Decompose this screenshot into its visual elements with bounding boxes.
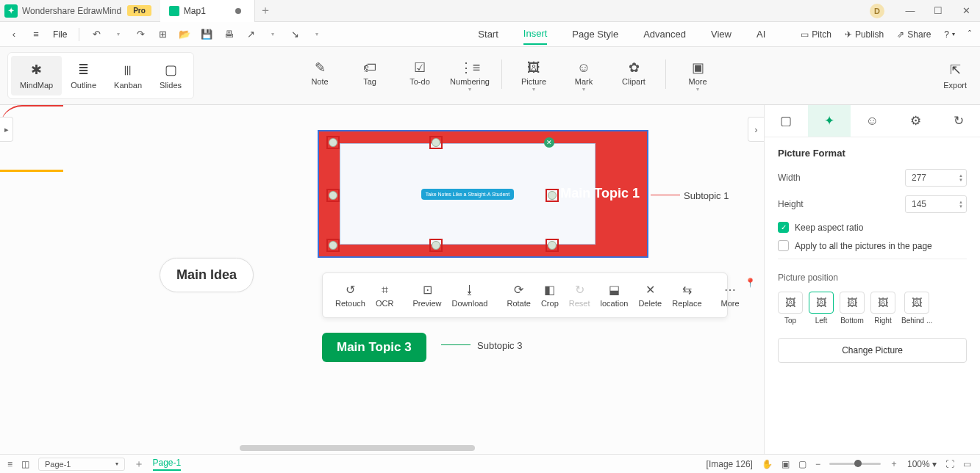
insert-picture[interactable]: 🖼Picture▾	[511, 59, 557, 92]
tab-page-style[interactable]: Page Style	[572, 24, 618, 44]
apply-all-checkbox[interactable]	[778, 240, 789, 251]
pos-behind[interactable]: 🖼Behind ...	[901, 292, 932, 325]
resize-handle[interactable]	[326, 239, 340, 252]
insert-mark[interactable]: ☺Mark▾	[561, 59, 607, 92]
panel-tab-node[interactable]: ▢	[765, 105, 808, 137]
import-caret-icon[interactable]: ▾	[307, 25, 326, 44]
save-button[interactable]: 💾	[197, 25, 216, 44]
ft-download[interactable]: ⭳Download	[447, 284, 493, 308]
insert-tag[interactable]: 🏷Tag	[347, 59, 393, 92]
insert-clipart[interactable]: ✿Clipart	[611, 59, 657, 92]
zoom-in-button[interactable]: ＋	[890, 458, 898, 470]
ft-reset[interactable]: ↻Reset	[564, 283, 595, 308]
panel-tab-history[interactable]: ↻	[937, 105, 980, 137]
fit-page-icon[interactable]: ▣	[782, 459, 790, 469]
panel-tab-mark[interactable]: ☺	[851, 105, 894, 137]
width-input[interactable]: 277▲▼	[905, 169, 967, 187]
ft-more[interactable]: ⋯More	[716, 283, 745, 308]
view-slides[interactable]: ▢Slides	[151, 56, 190, 95]
maximize-button[interactable]: ☐	[924, 0, 952, 22]
publish-button[interactable]: ✈Publish	[845, 29, 884, 40]
tab-insert[interactable]: Insert	[523, 24, 548, 45]
add-node-button[interactable]: ⊞	[153, 25, 172, 44]
split-view-icon[interactable]: ◫	[21, 459, 29, 469]
zoom-slider[interactable]	[829, 463, 881, 465]
undo-button[interactable]: ↶	[87, 25, 106, 44]
undo-caret-icon[interactable]: ▾	[109, 25, 128, 44]
resize-handle[interactable]	[429, 239, 443, 252]
resize-handle[interactable]	[326, 189, 340, 202]
print-button[interactable]: 🖶	[219, 25, 238, 44]
tab-view[interactable]: View	[711, 24, 732, 44]
node-main-idea[interactable]: Main Idea	[160, 258, 254, 292]
ft-location[interactable]: ⬓location	[595, 283, 634, 308]
resize-handle[interactable]	[546, 239, 559, 252]
node-subtopic-1[interactable]: Subtopic 1	[684, 190, 729, 201]
file-menu[interactable]: File	[49, 29, 71, 40]
ft-preview[interactable]: ⊡Preview	[407, 283, 446, 308]
view-outline[interactable]: ≣Outline	[62, 56, 105, 95]
import-dropdown[interactable]: ↘	[285, 25, 304, 44]
add-page-button[interactable]: ＋	[134, 458, 144, 471]
outline-toggle-icon[interactable]: ≡	[7, 459, 12, 469]
presentation-icon[interactable]: ▭	[963, 459, 971, 469]
pos-bottom[interactable]: 🖼Bottom	[840, 292, 865, 325]
tab-start[interactable]: Start	[478, 24, 498, 44]
resize-handle[interactable]	[326, 136, 340, 149]
tab-advanced[interactable]: Advanced	[643, 24, 686, 44]
ft-pin[interactable]: 📍	[745, 273, 756, 288]
pos-left[interactable]: 🖼Left	[809, 292, 834, 325]
ft-replace[interactable]: ⇆Replace	[667, 283, 707, 308]
hand-tool-icon[interactable]: ✋	[762, 459, 773, 469]
view-mindmap[interactable]: ✱MindMap	[11, 56, 62, 95]
close-image-button[interactable]: ✕	[544, 137, 554, 148]
insert-todo[interactable]: ☑To-do	[397, 59, 443, 92]
change-picture-button[interactable]: Change Picture	[778, 338, 967, 363]
open-file-button[interactable]: 📂	[175, 25, 194, 44]
pos-top[interactable]: 🖼Top	[778, 292, 803, 325]
insert-numbering[interactable]: ⋮≡Numbering▾	[447, 59, 493, 92]
ft-crop[interactable]: ◧Crop	[536, 283, 564, 308]
ft-retouch[interactable]: ↺Retouch	[330, 283, 371, 308]
zoom-value[interactable]: 100% ▾	[907, 459, 937, 469]
node-subtopic-3[interactable]: Subtopic 3	[477, 340, 522, 351]
canvas[interactable]: ▸ Main Idea Take Notes Like a Straight-A…	[0, 105, 764, 454]
close-button[interactable]: ✕	[952, 0, 980, 22]
export-button[interactable]: ⇱Export	[943, 62, 967, 90]
tab-ai[interactable]: AI	[757, 24, 765, 44]
canvas-left-flap[interactable]: ▸	[0, 117, 13, 142]
hamburger-menu-icon[interactable]: ≡	[26, 25, 46, 44]
fit-content-icon[interactable]: ▢	[798, 459, 806, 469]
resize-handle[interactable]	[429, 136, 443, 149]
ft-ocr[interactable]: ⌗OCR	[371, 284, 398, 308]
insert-note[interactable]: ✎Note	[297, 59, 343, 92]
panel-toggle-button[interactable]: ›	[748, 117, 764, 142]
resize-handle[interactable]	[546, 189, 559, 202]
node-main-topic-3[interactable]: Main Topic 3	[322, 333, 426, 362]
export-caret-icon[interactable]: ▾	[263, 25, 282, 44]
height-input[interactable]: 145▲▼	[905, 195, 967, 213]
export-dropdown[interactable]: ↗	[241, 25, 260, 44]
active-page-tab[interactable]: Page-1	[153, 458, 182, 471]
page-selector[interactable]: Page-1▾	[38, 458, 124, 471]
zoom-out-button[interactable]: −	[815, 459, 820, 469]
document-tab[interactable]: Map1	[160, 0, 255, 22]
node-main-topic-1-image[interactable]: Take Notes Like a Straight-A Student ✕ M…	[318, 130, 648, 258]
fullscreen-icon[interactable]: ⛶	[945, 459, 954, 469]
back-button[interactable]: ‹	[4, 25, 24, 44]
pitch-button[interactable]: ▭Pitch	[801, 29, 831, 40]
insert-more[interactable]: ▣More▾	[675, 59, 720, 92]
minimize-button[interactable]: —	[896, 0, 924, 22]
node-main-topic-1-label[interactable]: Main Topic 1	[560, 186, 640, 201]
panel-tab-settings[interactable]: ⚙	[894, 105, 937, 137]
share-button[interactable]: ⇗Share	[897, 29, 931, 40]
redo-button[interactable]: ↷	[131, 25, 150, 44]
user-avatar[interactable]: D	[870, 4, 884, 18]
collapse-ribbon-button[interactable]: ˆ	[968, 29, 971, 40]
ft-delete[interactable]: ✕Delete	[633, 283, 667, 308]
help-button[interactable]: ? ▾	[944, 29, 955, 40]
view-kanban[interactable]: ⫼Kanban	[105, 56, 151, 95]
keep-aspect-checkbox[interactable]: ✓	[778, 222, 789, 233]
new-tab-button[interactable]: ＋	[255, 3, 276, 18]
panel-tab-ai[interactable]: ✦	[808, 105, 851, 137]
